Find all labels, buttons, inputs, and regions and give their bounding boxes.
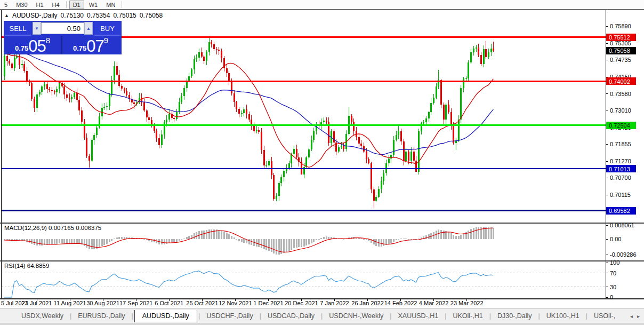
chart-tab-eurusd-daily[interactable]: EURUSD-,Daily	[73, 310, 130, 322]
symbol-title: AUDUSD-,Daily	[12, 12, 58, 19]
svg-text:26 Jan 2022: 26 Jan 2022	[351, 300, 384, 306]
timeframe-button-H4[interactable]: H4	[49, 1, 63, 9]
timeframe-button-D1[interactable]: D1	[69, 1, 84, 9]
timeframe-toolbar: 5M30H1H4D1W1MN	[0, 0, 644, 9]
tab-divider: |	[537, 312, 541, 320]
ohlc-high: 0.75354	[87, 12, 110, 19]
chart-tab-usoil-h1[interactable]: USOil-,H1	[589, 310, 615, 322]
svg-text:0.74002: 0.74002	[609, 78, 630, 85]
tabs-scroll-left-icon[interactable]: ◂	[630, 313, 633, 319]
timeframe-button-MN[interactable]: MN	[102, 1, 119, 9]
tab-divider: |	[69, 312, 73, 320]
volume-decrease-button[interactable]: ▼	[33, 22, 41, 35]
toolbar-divider	[66, 1, 67, 8]
ohlc-close: 0.75058	[140, 12, 163, 19]
svg-text:0.75512: 0.75512	[609, 34, 630, 41]
timeframe-button-H1[interactable]: H1	[33, 1, 47, 9]
tab-strip: USDX,Weekly|EURUSD-,Daily|AUDUSD-,Daily|…	[0, 310, 615, 322]
svg-text:1 Dec 2021: 1 Dec 2021	[253, 300, 283, 306]
buy-price[interactable]: 0.75 07 9	[61, 36, 119, 54]
rsi-label: RSI(14) 64.8859	[4, 263, 49, 269]
ohlc-low: 0.75015	[113, 12, 136, 19]
svg-text:0.72504: 0.72504	[609, 122, 630, 129]
toolbar-separator	[0, 9, 644, 10]
tab-divider: |	[389, 312, 392, 320]
tab-divider: |	[197, 312, 201, 320]
chart-tab-bar: USDX,Weekly|EURUSD-,Daily|AUDUSD-,Daily|…	[0, 308, 644, 323]
chart-tab-usdcad-daily[interactable]: USDCAD-,Daily	[262, 310, 320, 322]
price-badge: 0.71013	[606, 165, 636, 172]
chart-tab-uk100-h1[interactable]: UK100-,H1	[541, 310, 585, 322]
chart-header: ▲ AUDUSD-,Daily 0.75130 0.75354 0.75015 …	[4, 12, 163, 19]
volume-increase-button[interactable]: ▲	[84, 22, 93, 35]
svg-text:23 Mar 2022: 23 Mar 2022	[450, 300, 484, 306]
svg-text:0: 0	[610, 294, 613, 300]
collapse-arrow-icon[interactable]: ▲	[4, 13, 9, 18]
macd-label: MACD(12,26,9) 0.007165 0.006375	[4, 225, 101, 231]
chart-tab-xauusd-h1[interactable]: XAUUSD-,H1	[392, 310, 444, 322]
tab-divider: |	[130, 312, 134, 320]
toolbar-divider	[122, 1, 122, 8]
svg-text:7 Jan 2022: 7 Jan 2022	[320, 300, 349, 306]
svg-text:30 Aug 2021: 30 Aug 2021	[86, 300, 119, 306]
svg-text:0.73010: 0.73010	[610, 107, 631, 114]
sell-button[interactable]: SELL	[5, 22, 31, 36]
tab-divider: |	[320, 312, 324, 320]
chevron-down-icon: ▼	[35, 26, 39, 31]
svg-text:0.69582: 0.69582	[609, 208, 630, 214]
buy-price-base: 0.75	[73, 44, 86, 52]
svg-text:30: 30	[610, 284, 616, 290]
svg-text:14 Feb 2022: 14 Feb 2022	[384, 300, 417, 306]
svg-text:11 Aug 2021: 11 Aug 2021	[54, 300, 86, 306]
sell-price-pips: 05	[28, 39, 45, 54]
tab-divider: |	[585, 312, 589, 320]
buy-price-point: 9	[104, 36, 108, 44]
timeframe-button-5[interactable]: 5	[1, 1, 11, 9]
chart-tab-usdx-weekly[interactable]: USDX,Weekly	[16, 310, 69, 322]
svg-text:0.008061: 0.008061	[610, 222, 634, 228]
svg-text:6 Oct 2021: 6 Oct 2021	[155, 300, 183, 306]
timeframe-button-M30[interactable]: M30	[12, 1, 31, 9]
price-badge: 0.72504	[606, 122, 636, 129]
svg-text:23 Jul 2021: 23 Jul 2021	[22, 300, 52, 306]
chart-tab-usdchf-daily[interactable]: USDCHF-,Daily	[201, 310, 259, 322]
svg-text:0.74735: 0.74735	[610, 57, 631, 63]
svg-text:0.00: 0.00	[610, 236, 621, 242]
svg-text:17 Sep 2021: 17 Sep 2021	[119, 300, 152, 306]
sell-price[interactable]: 0.75 05 8	[4, 36, 61, 54]
svg-text:0.71013: 0.71013	[609, 166, 630, 172]
svg-text:70: 70	[610, 270, 616, 276]
volume-input[interactable]: 0.50	[41, 22, 84, 34]
timeframe-button-W1[interactable]: W1	[85, 1, 102, 9]
tab-divider: |	[259, 312, 262, 320]
svg-text:0.75058: 0.75058	[609, 47, 630, 54]
price-badge: 0.75058	[606, 47, 636, 54]
price-badge: 0.69582	[606, 207, 636, 215]
svg-text:0.75890: 0.75890	[610, 23, 631, 29]
svg-text:25 Oct 2021: 25 Oct 2021	[186, 300, 218, 306]
svg-text:100: 100	[610, 259, 619, 266]
price-badge: 0.75512	[606, 34, 636, 41]
buy-price-pips: 07	[86, 39, 103, 54]
tabs-scroll-right-icon[interactable]: ▸	[637, 313, 640, 319]
chart-tab-ukoil-h1[interactable]: UKOil-,H1	[447, 310, 488, 322]
chart-tab-audusd-daily[interactable]: AUDUSD-,Daily	[134, 310, 197, 322]
sell-price-base: 0.75	[15, 44, 28, 52]
tab-divider: |	[488, 312, 492, 320]
svg-text:-0.009286: -0.009286	[610, 251, 637, 258]
time-axis: 5 Jul 202123 Jul 202111 Aug 202130 Aug 2…	[1, 299, 484, 306]
chart-tab-dj30-daily[interactable]: DJ30-,Daily	[492, 310, 537, 322]
svg-text:0.75305: 0.75305	[610, 40, 631, 46]
sell-price-point: 8	[46, 36, 50, 44]
svg-text:0.73580: 0.73580	[610, 91, 631, 97]
buy-button[interactable]: BUY	[94, 22, 120, 36]
svg-text:0.70115: 0.70115	[610, 192, 631, 198]
window-bottom-edge	[0, 323, 644, 325]
svg-text:4 Mar 2022: 4 Mar 2022	[419, 300, 449, 306]
svg-text:0.70700: 0.70700	[610, 175, 631, 181]
svg-text:0.71270: 0.71270	[610, 158, 631, 164]
chevron-up-icon: ▲	[86, 26, 91, 31]
chart-tab-usdcnh-weekly[interactable]: USDCNH-,Weekly	[324, 310, 389, 322]
tab-divider: |	[444, 312, 447, 320]
one-click-trading-panel: SELL ▼ 0.50 ▲ BUY 0.75 05 8 0.75 07 9	[4, 21, 121, 54]
